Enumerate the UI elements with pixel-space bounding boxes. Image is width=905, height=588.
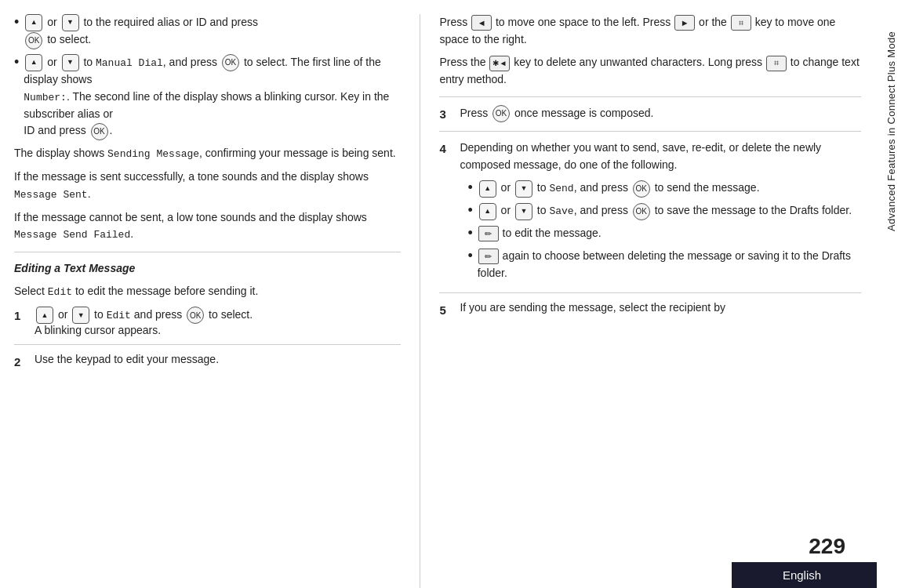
page-number: 229 bbox=[809, 534, 877, 562]
step-number: 4 bbox=[439, 140, 453, 158]
left-column: • or to the required alias or ID and pre… bbox=[14, 14, 420, 588]
bullet-dot: • bbox=[467, 200, 472, 222]
language-badge: English bbox=[732, 562, 877, 588]
step-number: 2 bbox=[14, 353, 28, 371]
step-text: or to Edit and press OK to select. A bli… bbox=[35, 307, 253, 336]
up-arrow-icon bbox=[25, 14, 42, 31]
mono-text: Message Send Failed bbox=[14, 229, 130, 241]
right-arrow-key-icon: ► bbox=[674, 15, 695, 31]
mono-text: Save bbox=[549, 205, 573, 217]
list-item: • to edit the message. bbox=[467, 225, 861, 245]
list-item: • or to Send, and press OK to send the m… bbox=[467, 180, 861, 199]
step-5: 5 If you are sending the message, select… bbox=[439, 301, 861, 319]
ok-button-icon: OK bbox=[187, 307, 204, 324]
paragraph: If the message is sent successfully, a t… bbox=[14, 169, 401, 203]
bullet-text: or to the required alias or ID and press… bbox=[24, 14, 258, 49]
ok-button-icon: OK bbox=[25, 32, 42, 49]
paragraph: Press the ✱◄ key to delete any unwanted … bbox=[439, 54, 861, 88]
step-text: If you are sending the message, select t… bbox=[460, 301, 725, 314]
section-intro: Select Edit to edit the message before s… bbox=[14, 283, 401, 300]
mono-text: Number: bbox=[24, 92, 67, 103]
edit-icon bbox=[478, 249, 499, 264]
section-title: Editing a Text Message bbox=[14, 260, 401, 278]
step-text: Press OK once message is composed. bbox=[460, 105, 653, 122]
section-divider bbox=[439, 131, 861, 132]
down-arrow-icon bbox=[62, 54, 79, 71]
edit-icon bbox=[478, 226, 499, 241]
step-number: 1 bbox=[14, 307, 28, 325]
bullet-text: or to Save, and press OK to save the mes… bbox=[478, 202, 852, 222]
bottom-bar: 229 English bbox=[732, 534, 877, 588]
del-key-icon: ✱◄ bbox=[489, 56, 510, 71]
mono-text: Message Sent bbox=[14, 189, 88, 201]
mono-text: Send bbox=[549, 183, 573, 194]
ok-button-icon: OK bbox=[633, 180, 650, 198]
step-number: 5 bbox=[439, 301, 453, 319]
bullet-dot: • bbox=[467, 223, 472, 245]
up-arrow-icon bbox=[36, 307, 53, 324]
list-item: • or to Manual Dial, and press OK to sel… bbox=[14, 54, 401, 140]
down-arrow-icon bbox=[515, 180, 532, 198]
ok-button-icon: OK bbox=[633, 203, 650, 220]
list-item: • again to choose between deleting the m… bbox=[467, 248, 861, 281]
section-divider bbox=[439, 96, 861, 97]
sidebar: Advanced Features in Connect Plus Mode bbox=[877, 0, 905, 588]
ok-button-icon: OK bbox=[222, 54, 239, 71]
sidebar-text: Advanced Features in Connect Plus Mode bbox=[885, 31, 897, 231]
hash-key-icon: ⌗ bbox=[731, 15, 751, 31]
down-arrow-icon bbox=[515, 203, 532, 220]
up-arrow-icon bbox=[479, 180, 496, 198]
list-item: • or to Save, and press OK to save the m… bbox=[467, 202, 861, 222]
mono-text: Sending Message bbox=[107, 148, 199, 160]
step-4: 4 Depending on whether you want to send,… bbox=[439, 140, 861, 285]
step-text: Use the keypad to edit your message. bbox=[35, 353, 219, 365]
down-arrow-icon bbox=[72, 307, 89, 324]
bullet-dot: • bbox=[14, 53, 19, 72]
section-divider bbox=[439, 292, 861, 293]
bullet-text: or to Send, and press OK to send the mes… bbox=[478, 180, 760, 199]
step-2: 2 Use the keypad to edit your message. bbox=[14, 353, 401, 371]
right-column: Press ◄ to move one space to the left. P… bbox=[420, 14, 861, 588]
section-divider bbox=[14, 252, 401, 252]
ok-button-icon: OK bbox=[492, 105, 510, 122]
main-content: • or to the required alias or ID and pre… bbox=[0, 0, 877, 588]
hash-key-icon: ⌗ bbox=[766, 56, 787, 71]
bullet-text: to edit the message. bbox=[478, 225, 602, 245]
step-number: 3 bbox=[439, 105, 453, 123]
mono-text: Manual Dial bbox=[96, 57, 163, 69]
step-3: 3 Press OK once message is composed. bbox=[439, 105, 861, 123]
up-arrow-icon bbox=[479, 203, 496, 220]
down-arrow-icon bbox=[62, 14, 79, 31]
step-1: 1 or to Edit and press OK to select. A b… bbox=[14, 307, 401, 336]
bullet-text: or to Manual Dial, and press OK to selec… bbox=[24, 54, 401, 140]
section-divider bbox=[14, 344, 401, 345]
bullet-dot: • bbox=[467, 245, 472, 281]
mono-text: Edit bbox=[48, 286, 72, 298]
up-arrow-icon bbox=[25, 54, 42, 71]
paragraph: Press ◄ to move one space to the left. P… bbox=[439, 14, 861, 48]
paragraph: The display shows Sending Message, confi… bbox=[14, 145, 401, 162]
paragraph: If the message cannot be sent, a low ton… bbox=[14, 209, 401, 244]
bullet-text: again to choose between deleting the mes… bbox=[478, 248, 861, 281]
step-intro: Depending on whether you want to send, s… bbox=[460, 140, 861, 173]
step-content: Depending on whether you want to send, s… bbox=[460, 140, 861, 285]
left-arrow-key-icon: ◄ bbox=[471, 15, 492, 31]
mono-text: Edit bbox=[107, 310, 131, 321]
ok-button-icon: OK bbox=[91, 123, 108, 140]
list-item: • or to the required alias or ID and pre… bbox=[14, 14, 401, 49]
bullet-dot: • bbox=[14, 13, 19, 32]
bullet-dot: • bbox=[467, 177, 472, 199]
